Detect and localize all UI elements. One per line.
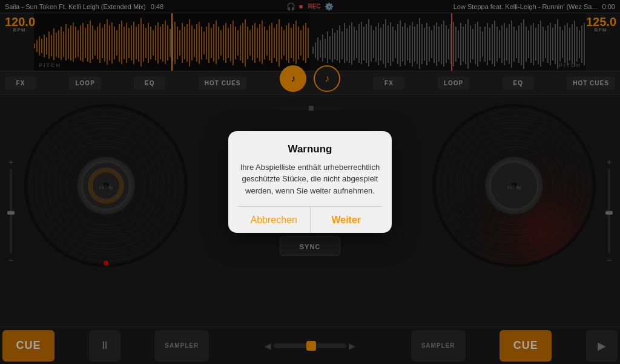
modal-buttons: Abbrechen Weiter (238, 206, 382, 233)
modal-overlay: Warnung Ihre Abspielliste enthält urhebe… (0, 0, 620, 364)
modal-cancel-button[interactable]: Abbrechen (238, 207, 311, 233)
modal-body: Ihre Abspielliste enthält urheberrechtli… (238, 161, 382, 197)
modal-dialog: Warnung Ihre Abspielliste enthält urhebe… (228, 131, 392, 233)
modal-confirm-button[interactable]: Weiter (311, 207, 383, 233)
modal-title: Warnung (238, 143, 382, 155)
